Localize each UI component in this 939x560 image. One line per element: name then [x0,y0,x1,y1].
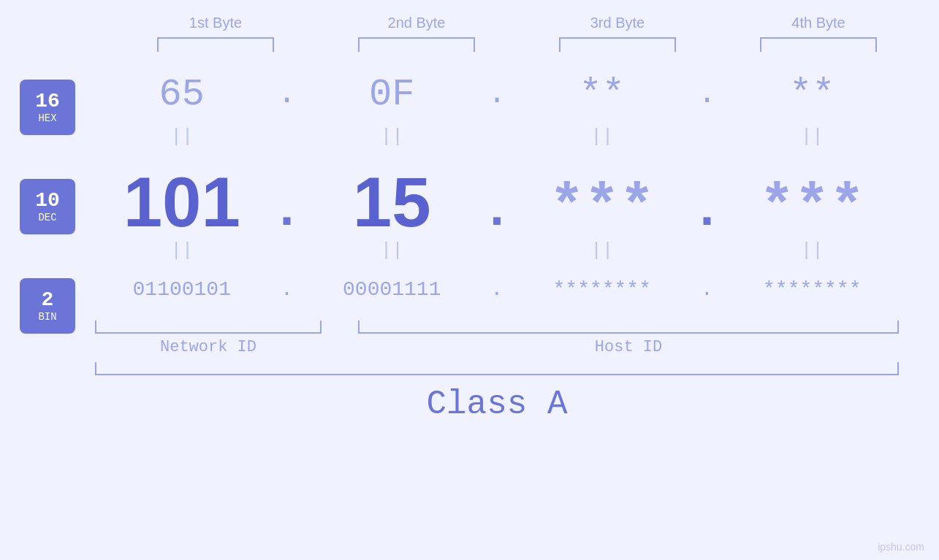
eq1-1: || [95,126,269,147]
watermark: ipshu.com [878,541,924,553]
host-id-label: Host ID [358,338,899,356]
byte-header-2: 2nd Byte [316,15,517,31]
top-bracket-1 [115,37,316,52]
data-area: 65 . 0F . ** . ** [95,65,939,560]
bin-row: 01100101 . 00001111 . ******** . [95,264,899,315]
hex-octet-4: ** [726,73,900,116]
eq2-2: || [305,239,479,261]
top-bracket-4 [718,37,919,52]
top-bracket-3 [517,37,718,52]
eq2-3: || [515,239,689,261]
hex-octet-1: 65 [95,73,269,116]
eq2-4: || [726,239,900,261]
byte-header-3: 3rd Byte [517,15,718,31]
main-container: 1st Byte 2nd Byte 3rd Byte 4th Byte 16 H… [0,0,939,560]
equals-row-1: || || || || [95,123,899,150]
eq1-3: || [515,126,689,147]
byte-header-1: 1st Byte [115,15,316,31]
dec-octet-1: 101 [95,167,269,237]
dec-dot-1: . [269,186,305,237]
byte-header-4: 4th Byte [718,15,919,31]
dec-dot-3: . [689,186,726,237]
bin-dot-3: . [689,278,726,301]
class-label: Class A [95,386,899,423]
hex-octet-2: 0F [305,73,479,116]
eq1-4: || [726,126,900,147]
equals-row-2: || || || || [95,237,899,264]
network-id-label: Network ID [95,338,322,356]
bottom-labels: Network ID Host ID [95,338,899,356]
dec-dot-2: . [479,186,515,237]
hex-row: 65 . 0F . ** . ** [95,65,899,123]
bin-badge: 2 BIN [20,278,75,334]
bin-dot-1: . [269,278,305,301]
bottom-brackets [95,321,899,334]
outer-bottom-bracket [95,362,899,375]
hex-octet-3: ** [515,73,689,116]
dec-badge: 10 DEC [20,179,75,234]
hex-badge: 16 HEX [20,80,75,135]
bin-octet-3: ******** [515,278,689,301]
hex-dot-2: . [479,77,515,112]
eq1-2: || [305,126,479,147]
top-bracket-2 [316,37,517,52]
dec-row: 101 . 15 . *** . *** [95,150,899,237]
dec-octet-2: 15 [305,167,479,237]
hex-dot-1: . [269,77,305,112]
eq2-1: || [95,239,269,261]
network-bracket [95,321,322,334]
dec-octet-3: *** [515,179,689,237]
badges-column: 16 HEX 10 DEC 2 BIN [0,65,95,560]
host-bracket [358,321,899,334]
bin-dot-2: . [479,278,515,301]
bin-octet-1: 01100101 [95,278,269,301]
bin-octet-2: 00001111 [305,278,479,301]
bin-octet-4: ******** [726,278,900,301]
dec-octet-4: *** [726,179,900,237]
layout-wrapper: 16 HEX 10 DEC 2 BIN [0,65,939,560]
hex-dot-3: . [689,77,726,112]
